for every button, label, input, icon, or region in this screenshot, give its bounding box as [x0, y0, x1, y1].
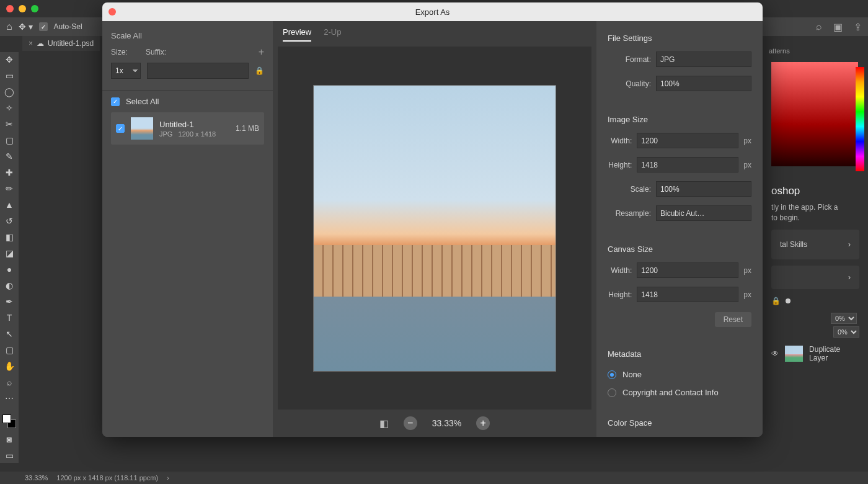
width-label: Width:	[608, 137, 632, 145]
layer-thumbnail	[785, 346, 803, 362]
document-name: Untitled-1.psd	[48, 39, 94, 48]
metadata-none-radio[interactable]	[608, 370, 616, 379]
layer-row[interactable]: 👁 Duplicate Layer	[771, 345, 859, 362]
document-tab[interactable]: × ☁ Untitled-1.psd	[22, 36, 100, 51]
skill-row-2[interactable]: ›	[771, 266, 859, 289]
eyedropper-tool-icon[interactable]: ✎	[3, 151, 16, 161]
screen-mode-icon[interactable]: ▭	[3, 450, 16, 460]
brush-tool-icon[interactable]: ✏	[3, 184, 16, 194]
unit-px: px	[743, 161, 751, 169]
close-tab-icon[interactable]: ×	[29, 39, 33, 48]
frame-tool-icon[interactable]: ▢	[3, 135, 16, 145]
hue-slider[interactable]	[856, 67, 864, 171]
canvas-width-input[interactable]	[637, 262, 738, 278]
suffix-label: Suffix:	[146, 48, 166, 56]
fit-screen-icon[interactable]: ◧	[379, 418, 389, 429]
home-icon[interactable]: ⌂	[6, 21, 12, 32]
zoom-in-icon[interactable]: +	[476, 416, 490, 430]
reset-button[interactable]: Reset	[715, 312, 751, 327]
scale-select[interactable]: 1x	[111, 63, 141, 79]
metadata-heading: Metadata	[608, 349, 751, 359]
zoom-out-icon[interactable]: −	[404, 416, 417, 430]
canvas-height-input[interactable]	[637, 287, 738, 302]
eraser-tool-icon[interactable]: ◧	[3, 232, 16, 242]
close-window-icon[interactable]	[6, 5, 14, 12]
resample-select[interactable]: Bicubic Aut…	[656, 205, 751, 221]
zoom-tool-icon[interactable]: ⌕	[3, 377, 16, 387]
crop-tool-icon[interactable]: ✂	[3, 119, 16, 129]
learn-heading: oshop	[771, 185, 859, 197]
image-size-heading: Image Size	[608, 115, 751, 124]
chevron-right-icon[interactable]: ›	[167, 474, 169, 482]
marquee-tool-icon[interactable]: ▭	[3, 71, 16, 81]
select-all-label: Select All	[126, 97, 159, 106]
unit-px: px	[743, 290, 751, 299]
canvas-width-label: Width:	[608, 266, 632, 275]
pen-tool-icon[interactable]: ✒	[3, 297, 16, 307]
asset-thumbnail	[131, 117, 153, 140]
preview-image	[314, 86, 556, 371]
scale-select[interactable]: 100%	[656, 181, 751, 197]
select-all-checkbox[interactable]	[111, 97, 120, 106]
magic-wand-tool-icon[interactable]: ✧	[3, 103, 16, 113]
window-traffic-lights	[6, 5, 38, 12]
scale-label: Scale:	[608, 185, 651, 194]
dodge-tool-icon[interactable]: ◐	[3, 280, 16, 290]
maximize-window-icon[interactable]	[31, 5, 38, 12]
quick-mask-icon[interactable]: ◙	[3, 434, 16, 444]
width-input[interactable]	[637, 133, 738, 148]
move-tool-icon[interactable]: ✥ ▾	[19, 22, 33, 32]
scale-all-label: Scale All	[111, 31, 264, 40]
asset-size: 1.1 MB	[236, 124, 259, 133]
close-dialog-icon[interactable]	[108, 8, 116, 16]
color-picker-swatch[interactable]	[771, 62, 858, 166]
metadata-copyright-radio[interactable]	[608, 388, 616, 397]
gradient-tool-icon[interactable]: ◪	[3, 248, 16, 258]
minimize-window-icon[interactable]	[19, 5, 26, 12]
visibility-icon[interactable]: 👁	[771, 349, 779, 358]
more-tools-icon[interactable]: ⋯	[3, 393, 16, 403]
auto-select-label: Auto-Sel	[54, 22, 82, 31]
asset-checkbox[interactable]	[116, 124, 125, 133]
move-tool-icon[interactable]: ✥	[3, 55, 16, 65]
tab-2up[interactable]: 2-Up	[324, 27, 341, 42]
status-bar: 33.33% 1200 px x 1418 px (118.11 ppcm) ›	[0, 472, 868, 484]
healing-brush-tool-icon[interactable]: ✚	[3, 168, 16, 177]
blur-tool-icon[interactable]: ●	[3, 264, 16, 274]
metadata-none-label: None	[622, 370, 642, 379]
format-select[interactable]: JPG	[656, 52, 751, 67]
add-scale-icon[interactable]: +	[259, 47, 264, 58]
search-icon[interactable]: ⌕	[816, 21, 822, 33]
resample-label: Resample:	[608, 209, 651, 218]
skill-row[interactable]: tal Skills ›	[771, 230, 859, 259]
preview-canvas[interactable]	[278, 47, 591, 410]
height-label: Height:	[608, 161, 632, 169]
hand-tool-icon[interactable]: ✋	[3, 361, 16, 371]
quality-select[interactable]: 100%	[656, 76, 751, 91]
share-icon[interactable]: ⇪	[854, 21, 862, 33]
asset-row[interactable]: Untitled-1 JPG 1200 x 1418 1.1 MB	[111, 112, 264, 145]
cloud-icon: ☁	[37, 39, 44, 48]
color-space-heading: Color Space	[608, 418, 751, 428]
rectangle-tool-icon[interactable]: ▢	[3, 345, 16, 355]
auto-select-checkbox[interactable]	[39, 22, 48, 31]
opacity-select[interactable]: 0%	[831, 313, 857, 324]
size-label: Size:	[111, 48, 140, 56]
workspace-icon[interactable]: ▣	[833, 21, 843, 33]
clone-stamp-tool-icon[interactable]: ▲	[3, 200, 16, 210]
scale-assets-panel: Scale All Size: Suffix: + 1x 🔒 Select Al…	[102, 21, 273, 437]
zoom-bar: ◧ − 33.33% +	[273, 410, 596, 437]
lasso-tool-icon[interactable]: ◯	[3, 87, 16, 97]
type-tool-icon[interactable]: T	[3, 313, 16, 323]
unit-px: px	[743, 137, 751, 145]
history-brush-tool-icon[interactable]: ↺	[3, 216, 16, 226]
fill-select[interactable]: 0%	[833, 326, 859, 338]
foreground-background-colors[interactable]	[2, 415, 16, 428]
patterns-tab[interactable]: atterns	[763, 43, 868, 58]
suffix-input[interactable]	[147, 63, 249, 79]
file-settings-heading: File Settings	[608, 34, 751, 43]
path-select-tool-icon[interactable]: ↖	[3, 329, 16, 339]
tab-preview[interactable]: Preview	[283, 27, 311, 42]
lock-icon: 🔒	[255, 66, 264, 75]
height-input[interactable]	[637, 157, 738, 173]
